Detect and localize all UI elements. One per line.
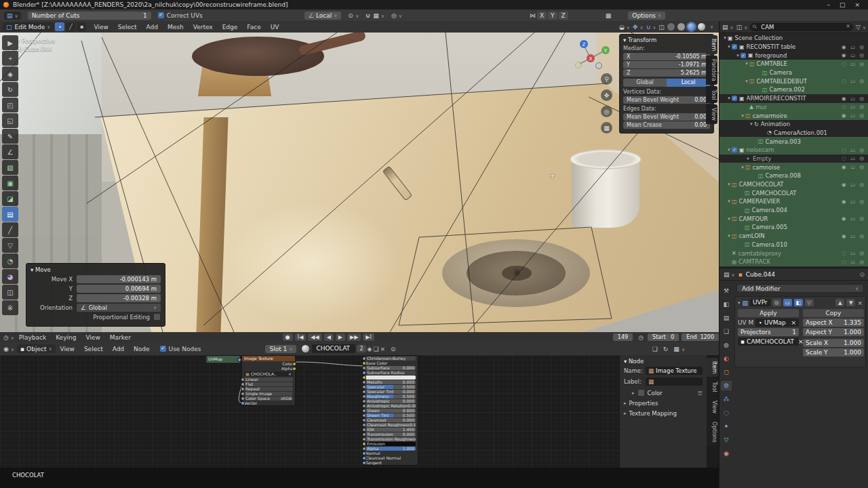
snap-magnet-toggle[interactable]: ∪ (366, 12, 370, 19)
menu-item[interactable]: Edge (218, 24, 243, 30)
texture-mapping-section-header[interactable]: ▸Texture Mapping (624, 410, 703, 417)
projector-object-field[interactable]: ▪CAMCHOCOLAT× (738, 338, 799, 346)
snapping-grid-icon[interactable]: ▩ (606, 12, 612, 19)
restrict-toggles[interactable]: ◉ ▭ ◎ (842, 96, 868, 102)
tab-material[interactable]: ◉ (721, 449, 732, 458)
tab-item[interactable]: Item (706, 35, 717, 54)
node-editor-canvas[interactable]: UVMap Image Texture ColorAlpha ▦ CHOCHOL… (0, 355, 719, 468)
tab-pandora[interactable]: Pandora (706, 56, 717, 85)
menu-item[interactable]: UV (266, 24, 284, 30)
transform-panel-header[interactable]: ▾ Transform (623, 37, 710, 43)
proportional-editing-checkbox[interactable] (153, 313, 161, 321)
tab-item[interactable]: Item (707, 358, 718, 377)
mirror-y-button[interactable]: Y (548, 12, 557, 20)
input-socket[interactable] (241, 378, 245, 382)
collection-checkbox[interactable]: ✓ (732, 96, 737, 101)
source-dropdown[interactable]: Single Image (242, 391, 295, 396)
shader-editor-icon[interactable]: ◉∨ (3, 346, 14, 352)
aspect-x-field[interactable]: Aspect X1.335 (803, 319, 864, 327)
outliner-row-camtrack[interactable]: ◎ CAMTRACK ◌ ▭ ◎ (719, 258, 868, 266)
cage-toggle[interactable]: ▽ (805, 299, 814, 306)
restrict-toggles[interactable]: ◌ ▭ ◎ (842, 155, 868, 161)
jump-to-start-button[interactable]: I◀ (295, 333, 307, 341)
pan-icon[interactable]: ✥ (601, 89, 612, 101)
local-button[interactable]: Local (667, 79, 710, 87)
restrict-toggles[interactable]: ◌ ▭ ◎ (842, 147, 868, 153)
perspective-grid-icon[interactable]: ▦ (601, 122, 612, 134)
roughness-slider[interactable]: Roughness0.500 (363, 394, 418, 399)
restrict-toggles[interactable]: ◉ ▭ ◎ (842, 164, 868, 170)
subsurface-color-swatch[interactable]: Subsurface Color (363, 375, 418, 380)
maximize-button[interactable]: □ (840, 1, 846, 8)
play-button[interactable]: ▶ (336, 333, 345, 341)
expand-arrow-icon[interactable]: ▾ (740, 113, 745, 119)
tab-render[interactable]: ◧ (721, 300, 732, 309)
outliner-row-camera-003[interactable]: ◫ Camera.003 (719, 137, 868, 146)
expand-arrow-icon[interactable]: ▾ (735, 53, 741, 58)
menu-item[interactable]: Keying (51, 334, 81, 341)
outliner-row-camfour[interactable]: ▾ ◫ CAMFOUR ◉ ▭ ◎ (719, 214, 868, 223)
metallic-slider[interactable]: Metallic0.000 (363, 380, 418, 384)
anisotropic-slider[interactable]: Anisotropic0.000 (363, 399, 418, 403)
render-toggle[interactable]: ◎ (772, 299, 781, 306)
input-socket[interactable] (241, 387, 245, 391)
input-socket[interactable] (362, 437, 366, 441)
move-tool[interactable]: ◈ (2, 66, 18, 81)
material-name-field[interactable]: CHOCOLAT (312, 344, 355, 353)
outliner-filter-icon[interactable]: ◫∨ (736, 24, 748, 30)
outliner-row-camtableproxy[interactable]: × camtableproxy ◌ ▭ ◎ (719, 249, 868, 258)
input-socket[interactable] (362, 361, 366, 365)
mirror-x-button[interactable]: X (537, 12, 547, 20)
transform-tool[interactable]: ◱ (2, 113, 18, 128)
move-panel-header[interactable]: ▾ Move (31, 266, 161, 273)
search-input[interactable] (750, 23, 853, 31)
expand-arrow-icon[interactable]: ▾ (726, 233, 732, 239)
clearcoat-normal-input[interactable]: Clearcoat Normal (363, 455, 418, 460)
restrict-toggles[interactable]: ◌ ▭ ◎ (842, 78, 868, 84)
snap-settings-dropdown[interactable]: ▦∨ (373, 12, 384, 19)
outliner-row-armoirereconstit[interactable]: ▾ ✓ ▣ ARMOIRERECONSTIT ◉ ▭ ◎ (719, 94, 868, 103)
projectors-field[interactable]: Projectors1 (738, 328, 799, 336)
measure-tool[interactable]: ∠ (2, 144, 18, 159)
shrink-fatten-tool[interactable]: ※ (2, 300, 18, 315)
number-of-cuts-field[interactable]: Number of Cuts 1 (28, 12, 151, 20)
color-section-header[interactable]: ▸Color☰ (624, 389, 703, 396)
tab-world[interactable]: ◐ (721, 354, 732, 363)
expand-arrow-icon[interactable]: ▾ (744, 61, 749, 66)
outliner-row-camera-005[interactable]: ◫ Camera.005 (719, 223, 868, 232)
input-socket[interactable] (362, 371, 366, 375)
input-socket[interactable] (362, 357, 366, 361)
tab-view[interactable]: View (706, 104, 717, 124)
output-socket[interactable] (292, 367, 296, 371)
refresh-icon[interactable]: ↻ (663, 346, 669, 352)
bevel-tool[interactable]: ◪ (2, 191, 18, 206)
base-color-input[interactable]: Base Color (363, 361, 418, 365)
add-modifier-dropdown[interactable]: Add Modifier∨ (736, 284, 864, 293)
timeline-editor-icon[interactable]: ◷∨ (3, 334, 14, 341)
input-socket[interactable] (362, 375, 366, 380)
tab-output[interactable]: ▤ (721, 313, 732, 323)
tab-view[interactable]: View (707, 397, 718, 417)
blender-logo-icon[interactable] (3, 2, 9, 7)
navigation-gizmo[interactable]: Z Y X (572, 36, 614, 71)
viewport-canvas[interactable]: ※ User Perspective (149) Cube.044 (0, 33, 719, 332)
restrict-toggles[interactable]: ◌ ▭ ◎ (842, 61, 868, 67)
pin-icon[interactable]: ⊙ (859, 271, 865, 278)
outliner-row-empty[interactable]: ＋ Empty ◌ ▭ ◎ (719, 155, 868, 163)
input-socket[interactable] (362, 394, 366, 399)
copy-button[interactable]: Copy (803, 309, 864, 317)
smooth-tool[interactable]: ◕ (2, 269, 18, 284)
subsurface-slider[interactable]: Subsurface0.000 (363, 365, 418, 370)
realtime-toggle[interactable]: ▭ (783, 299, 792, 306)
tab-physics[interactable]: ◌ (721, 408, 732, 418)
xray-toggle[interactable]: ◫ (658, 24, 665, 30)
tab-object[interactable]: ◻ (721, 367, 732, 377)
menu-item[interactable]: Select (79, 346, 108, 352)
outliner-row-noisecam[interactable]: ▾ ✓ ▣ noisecam ◌ ▭ ◎ (719, 146, 868, 155)
expand-arrow-icon[interactable]: ▾ (726, 182, 732, 187)
new-image-icon[interactable]: ❏ (652, 346, 658, 352)
restrict-toggles[interactable]: ◉ ▭ ◎ (842, 182, 868, 188)
specular-tint-slider[interactable]: Specular Tint0.000 (363, 389, 418, 394)
filter-funnel-icon[interactable]: ▽∨ (856, 24, 866, 30)
outliner-row-camera-002[interactable]: ◫ Camera.002 (719, 85, 868, 94)
